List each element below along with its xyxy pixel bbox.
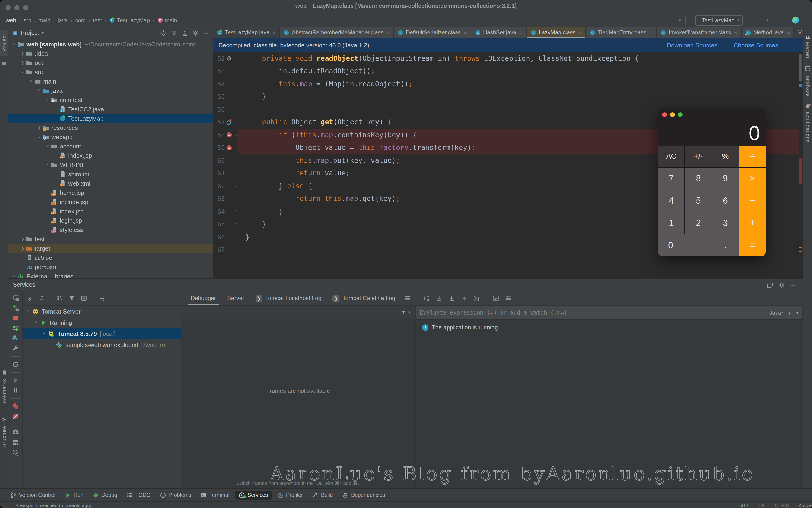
tree-chevron-icon[interactable]: ˅ xyxy=(45,144,51,149)
editor-tab-HashSet.java[interactable]: CHashSet.java× xyxy=(471,27,527,38)
calc-button-%[interactable]: % xyxy=(712,146,739,167)
locate-icon[interactable] xyxy=(161,30,167,36)
calc-button-2[interactable]: 2 xyxy=(685,212,712,234)
tab-close-icon[interactable]: × xyxy=(787,30,790,35)
step-cursor-icon[interactable] xyxy=(474,295,480,302)
tool-window-structure[interactable]: Structure xyxy=(1,426,7,449)
calc-button-0[interactable]: 0 xyxy=(658,234,712,256)
tool-window-database[interactable]: Database xyxy=(805,65,811,97)
tab-close-icon[interactable]: × xyxy=(734,30,737,35)
evaluate-icon[interactable] xyxy=(493,295,499,302)
tree-item-web-samples-web-[interactable]: ˅web [samples-web]~/Documents/Code/JavaC… xyxy=(8,39,213,49)
status-window-icon[interactable] xyxy=(6,502,12,508)
tree-chevron-icon[interactable]: ˅ xyxy=(11,42,17,46)
layout-icon[interactable] xyxy=(12,439,19,446)
fold-marker-icon[interactable]: ˅ xyxy=(233,132,240,137)
tree-item-shiro.ini[interactable]: shiro.ini xyxy=(8,169,213,179)
tree-item-TestLazyMap[interactable]: CTestLazyMap xyxy=(8,114,213,123)
status-59-1[interactable]: 59:1 xyxy=(739,502,749,508)
fold-marker-icon[interactable]: ˅ xyxy=(233,120,240,125)
editor-tab-TiedMapEntry.class[interactable]: CTiedMapEntry.class× xyxy=(586,27,657,38)
calc-close-button[interactable] xyxy=(662,112,667,117)
calc-button-AC[interactable]: AC xyxy=(658,146,685,167)
tree-item-account[interactable]: ˅account xyxy=(8,141,213,151)
wrench-icon[interactable] xyxy=(12,345,19,352)
project-panel-title[interactable]: Project xyxy=(21,30,39,36)
tree-item-pom.xml[interactable]: mpom.xml xyxy=(8,262,213,271)
language-select[interactable]: Java xyxy=(769,309,781,316)
tab-close-icon[interactable]: × xyxy=(387,30,390,35)
tree-item-src[interactable]: ˅src xyxy=(8,67,213,77)
debugger-tab-Tomcat-Localhost-Log[interactable]: ❯Tomcat Localhost Log xyxy=(251,291,326,305)
debugger-tab-Debugger[interactable]: Debugger xyxy=(186,291,221,305)
tab-close-icon[interactable]: × xyxy=(649,30,652,35)
profile-chevron-icon[interactable]: ▾ xyxy=(679,18,681,23)
tool-window-button-TODO[interactable]: TODO xyxy=(123,491,154,499)
fold-marker-icon[interactable]: ˅ xyxy=(233,56,240,61)
calc-button-7[interactable]: 7 xyxy=(658,168,685,190)
status-4-spaces[interactable]: 4 spaces xyxy=(799,502,812,508)
calc-button-6[interactable]: 6 xyxy=(712,190,739,212)
tool-window-bookmarks[interactable]: Bookmarks xyxy=(1,379,7,407)
new-frame-icon[interactable] xyxy=(81,295,87,302)
gear-icon[interactable] xyxy=(779,282,785,288)
tree-item-main[interactable]: ˅main xyxy=(8,77,213,86)
service-item-samples-web-war-exploded[interactable]: samples-web:war exploded[Synchro xyxy=(23,339,181,350)
download-icon[interactable] xyxy=(436,295,443,302)
tool-window-maven[interactable]: mMaven xyxy=(805,33,811,58)
evaluate-expression-input[interactable]: Evaluate expression (↵) or add a watch (… xyxy=(415,306,803,320)
breakpoint-icon[interactable] xyxy=(225,145,233,151)
calc-zoom-button[interactable] xyxy=(678,112,683,117)
tree-item-webapp[interactable]: ˅webapp xyxy=(8,132,213,141)
pause-icon[interactable] xyxy=(12,387,19,394)
fold-marker-icon[interactable]: ˄ xyxy=(233,94,240,99)
editor-scrollbar[interactable] xyxy=(799,52,803,278)
tool-window-button-Version-Control[interactable]: Version Control xyxy=(6,491,59,499)
tool-window-button-Problems[interactable]: Problems xyxy=(156,491,195,499)
breadcrumb-item-test[interactable]: test xyxy=(92,17,103,24)
restore-layout-icon[interactable] xyxy=(423,295,430,302)
calc-button-.[interactable]: . xyxy=(712,234,739,256)
expand-all-icon[interactable] xyxy=(27,295,33,302)
tree-item-include.jsp[interactable]: JSPinclude.jsp xyxy=(8,197,213,206)
breadcrumb-item-web[interactable]: web xyxy=(5,17,17,24)
download-sources-link[interactable]: Download Sources xyxy=(667,42,717,48)
tool-window-button-Build[interactable]: Build xyxy=(308,491,336,499)
run-configuration-select[interactable]: TestLazyMap ▾ xyxy=(695,15,743,25)
status-UTF-8[interactable]: UTF-8 xyxy=(775,502,789,508)
tree-item-TestCC2.java[interactable]: JTestCC2.java xyxy=(8,104,213,114)
stop-icon[interactable] xyxy=(12,314,19,322)
artifacts-icon[interactable] xyxy=(12,335,19,342)
editor-tab-TestLazyMap.java[interactable]: CTestLazyMap.java× xyxy=(213,27,280,38)
eval-chevron-icon[interactable]: ▼ xyxy=(796,310,799,315)
tree-item-index.jsp[interactable]: JSPindex.jsp xyxy=(8,206,213,216)
service-item-Running[interactable]: ˅Running xyxy=(23,317,181,328)
calc-button-+/-[interactable]: +/- xyxy=(685,146,712,167)
tree-item-style.css[interactable]: CSSstyle.css xyxy=(8,225,213,234)
code-line-52[interactable]: 52@˅private void readObject(ObjectInputS… xyxy=(213,52,799,65)
tool-window-notifications[interactable]: Notifications xyxy=(805,103,811,142)
upload-icon[interactable] xyxy=(461,295,468,302)
calc-button-−[interactable]: − xyxy=(739,190,766,212)
debugger-tab-Tomcat-Catalina-Log[interactable]: ❯Tomcat Catalina Log xyxy=(328,291,400,305)
gear-icon[interactable] xyxy=(192,30,198,36)
tool-window-button-Dependencies[interactable]: Dependencies xyxy=(339,491,389,499)
tree-item-com.test[interactable]: ˅com.test xyxy=(8,95,213,104)
commit-icon[interactable] xyxy=(1,59,7,68)
mute-breakpoints-icon[interactable] xyxy=(12,413,19,420)
calc-button-×[interactable]: × xyxy=(739,168,766,190)
hidden-tabs-chevron-icon[interactable]: ˅ xyxy=(798,28,802,37)
tree-item-java[interactable]: ˅java xyxy=(8,86,213,95)
swap-arrows-icon[interactable] xyxy=(12,325,19,332)
breadcrumb-item-com[interactable]: com xyxy=(74,17,87,24)
filter-chevron-icon[interactable]: ▾ xyxy=(408,310,410,314)
tool-window-button-Profiler[interactable]: Profiler xyxy=(274,491,307,499)
tool-window-project[interactable]: Project xyxy=(0,30,8,56)
fold-marker-icon[interactable]: ˅ xyxy=(233,183,240,188)
tab-close-icon[interactable]: × xyxy=(579,30,582,35)
tree-chevron-icon[interactable]: ˅ xyxy=(33,320,40,325)
calc-button-1[interactable]: 1 xyxy=(658,212,685,234)
rerun-icon[interactable] xyxy=(12,294,19,301)
tree-chevron-icon[interactable]: ❯ xyxy=(19,60,26,65)
tree-item-web.xml[interactable]: <>web.xml xyxy=(8,179,213,188)
